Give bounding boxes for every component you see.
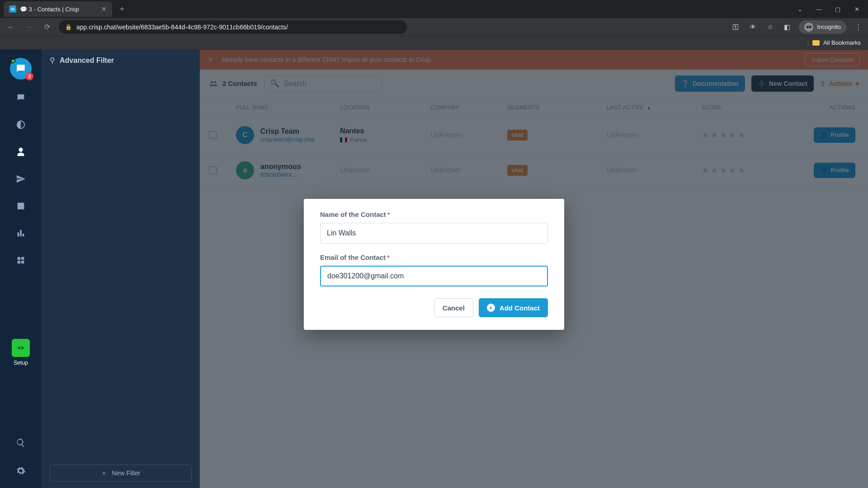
add-contact-label: Add Contact xyxy=(500,304,540,312)
window-close-icon[interactable]: ✕ xyxy=(849,3,864,15)
add-contact-button[interactable]: + Add Contact xyxy=(479,298,548,317)
name-field-label: Name of the Contact* xyxy=(320,211,548,218)
modal-overlay: Name of the Contact* Email of the Contac… xyxy=(0,50,868,488)
password-key-icon[interactable]: ⚿ xyxy=(730,22,741,33)
tab-search-chevron-icon[interactable]: ⌄ xyxy=(792,3,807,15)
tab-favicon: ✉ xyxy=(9,5,16,13)
contact-name-input[interactable] xyxy=(320,223,548,244)
add-contact-modal: Name of the Contact* Email of the Contac… xyxy=(304,199,564,330)
nav-back-icon[interactable]: ← xyxy=(5,21,17,33)
url-field[interactable]: 🔒 app.crisp.chat/website/6833ae5b-844d-4… xyxy=(59,20,407,34)
bookmarks-bar: | All Bookmarks xyxy=(0,36,868,50)
incognito-label: Incognito xyxy=(817,23,841,30)
window-maximize-icon[interactable]: ▢ xyxy=(830,3,845,15)
incognito-indicator[interactable]: 🕶 Incognito xyxy=(799,20,846,34)
nav-forward-icon[interactable]: → xyxy=(23,21,35,33)
browser-tab-strip: ✉ 💬 3 - Contacts | Crisp ✕ + ⌄ — ▢ ✕ xyxy=(0,0,868,18)
tracking-blocked-icon[interactable]: 👁 xyxy=(747,22,758,33)
cancel-button[interactable]: Cancel xyxy=(434,298,473,317)
all-bookmarks-link[interactable]: All Bookmarks xyxy=(823,39,861,46)
nav-reload-icon[interactable]: ⟳ xyxy=(41,21,53,33)
plus-circle-icon: + xyxy=(487,304,495,312)
incognito-icon: 🕶 xyxy=(804,23,813,32)
tab-close-icon[interactable]: ✕ xyxy=(101,5,107,13)
browser-address-bar: ← → ⟳ 🔒 app.crisp.chat/website/6833ae5b-… xyxy=(0,18,868,36)
window-controls: ⌄ — ▢ ✕ xyxy=(792,0,868,18)
contact-email-input[interactable] xyxy=(320,266,548,286)
window-minimize-icon[interactable]: — xyxy=(811,3,826,15)
email-field-label: Email of the Contact* xyxy=(320,253,548,261)
url-text: app.crisp.chat/website/6833ae5b-844d-4c9… xyxy=(76,23,288,31)
new-tab-button[interactable]: + xyxy=(116,3,128,15)
browser-menu-icon[interactable]: ⋮ xyxy=(853,22,863,33)
bookmark-star-icon[interactable]: ☆ xyxy=(764,22,775,33)
tab-title: 💬 3 - Contacts | Crisp xyxy=(20,6,79,13)
side-panel-icon[interactable]: ◧ xyxy=(782,22,793,33)
app-root: 3 <> Setup ⚲ Advanced Filter ＋ New Filte… xyxy=(0,50,868,488)
lock-icon: 🔒 xyxy=(65,24,72,30)
bookmarks-folder-icon xyxy=(812,40,820,46)
browser-tab[interactable]: ✉ 💬 3 - Contacts | Crisp ✕ xyxy=(4,1,112,17)
